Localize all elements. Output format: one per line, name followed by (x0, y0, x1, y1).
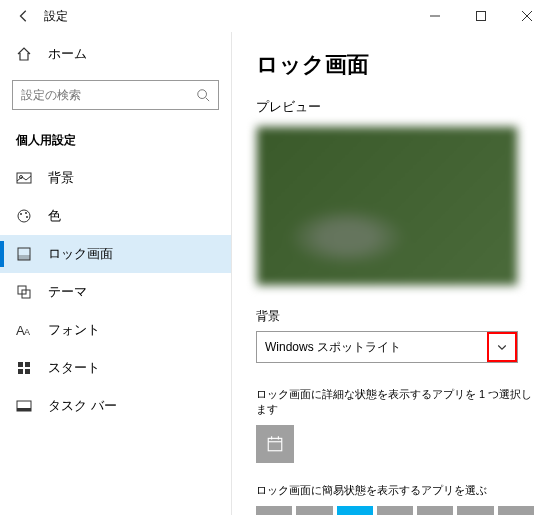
palette-icon (16, 208, 32, 224)
svg-point-8 (18, 210, 30, 222)
svg-rect-20 (18, 369, 23, 374)
sidebar-item-fonts[interactable]: AA フォント (0, 311, 231, 349)
minimize-button[interactable] (412, 0, 458, 32)
window-title: 設定 (44, 8, 68, 25)
background-dropdown[interactable]: Windows スポットライト (256, 331, 518, 363)
chevron-down-icon[interactable] (487, 332, 517, 362)
lockscreen-preview (256, 126, 518, 286)
quick-app-add-3[interactable]: + (457, 506, 493, 515)
sidebar-item-themes[interactable]: テーマ (0, 273, 231, 311)
svg-rect-13 (18, 255, 30, 260)
sidebar-item-label: フォント (48, 321, 100, 339)
sidebar-item-start[interactable]: スタート (0, 349, 231, 387)
svg-point-4 (198, 90, 207, 99)
quick-app-add-1[interactable]: + (377, 506, 413, 515)
quick-app-mail[interactable] (256, 506, 292, 515)
svg-rect-21 (25, 369, 30, 374)
sidebar-item-label: スタート (48, 359, 100, 377)
svg-rect-1 (477, 12, 486, 21)
lockscreen-icon (16, 246, 32, 262)
quick-status-label: ロック画面に簡易状態を表示するアプリを選ぶ (256, 483, 534, 498)
detailed-status-label: ロック画面に詳細な状態を表示するアプリを 1 つ選択します (256, 387, 534, 417)
search-icon (196, 88, 210, 102)
quick-status-row: S + + + + (256, 506, 534, 515)
sidebar-item-label: テーマ (48, 283, 87, 301)
main-panel: ロック画面 プレビュー 背景 Windows スポットライト ロック画面に詳細な… (232, 32, 550, 515)
background-label: 背景 (256, 308, 534, 325)
sidebar-item-label: ロック画面 (48, 245, 113, 263)
svg-rect-24 (268, 438, 282, 450)
detailed-status-row (256, 425, 534, 463)
search-input[interactable] (21, 88, 196, 102)
svg-rect-18 (18, 362, 23, 367)
sidebar-item-lockscreen[interactable]: ロック画面 (0, 235, 231, 273)
quick-app-add-4[interactable]: + (498, 506, 534, 515)
quick-app-calendar[interactable] (296, 506, 332, 515)
search-box[interactable] (12, 80, 219, 110)
detailed-app-tile[interactable] (256, 425, 294, 463)
preview-label: プレビュー (256, 98, 534, 116)
svg-rect-23 (17, 408, 31, 411)
svg-text:A: A (24, 327, 30, 337)
svg-point-11 (26, 216, 28, 218)
home-button[interactable]: ホーム (0, 36, 231, 72)
picture-icon (16, 170, 32, 186)
taskbar-icon (16, 398, 32, 414)
start-icon (16, 360, 32, 376)
sidebar-item-label: タスク バー (48, 397, 117, 415)
theme-icon (16, 284, 32, 300)
window-controls (412, 0, 550, 32)
sidebar-item-taskbar[interactable]: タスク バー (0, 387, 231, 425)
svg-point-9 (20, 213, 22, 215)
home-label: ホーム (48, 45, 87, 63)
svg-rect-19 (25, 362, 30, 367)
section-header: 個人用設定 (0, 118, 231, 159)
back-button[interactable] (8, 0, 40, 32)
sidebar-item-label: 色 (48, 207, 61, 225)
sidebar-item-colors[interactable]: 色 (0, 197, 231, 235)
dropdown-value: Windows スポットライト (265, 339, 401, 356)
sidebar: ホーム 個人用設定 背景 色 ロック画面 テーマ AA フォント ス (0, 32, 232, 515)
home-icon (16, 46, 32, 62)
font-icon: AA (16, 322, 32, 338)
calendar-icon (266, 435, 284, 453)
quick-app-skype[interactable]: S (337, 506, 373, 515)
svg-point-10 (25, 212, 27, 214)
maximize-button[interactable] (458, 0, 504, 32)
sidebar-item-background[interactable]: 背景 (0, 159, 231, 197)
sidebar-item-label: 背景 (48, 169, 74, 187)
quick-app-add-2[interactable]: + (417, 506, 453, 515)
close-button[interactable] (504, 0, 550, 32)
page-title: ロック画面 (256, 50, 534, 80)
svg-line-5 (206, 98, 210, 102)
